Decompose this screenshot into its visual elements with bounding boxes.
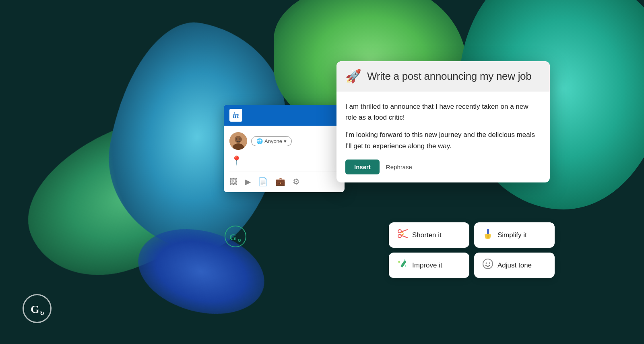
ai-assistant-panel: 🚀 Write a post announcing my new job I a… <box>336 61 550 182</box>
document-icon[interactable]: 📄 <box>258 177 268 187</box>
svg-text:↻: ↻ <box>237 238 241 243</box>
shorten-it-chip[interactable]: Shorten it <box>389 222 469 248</box>
svg-text:G: G <box>229 232 236 242</box>
svg-text:✦: ✦ <box>403 258 407 262</box>
svg-point-7 <box>236 139 237 140</box>
linkedin-header: in <box>224 105 345 126</box>
broom-icon <box>482 228 493 242</box>
ai-response-paragraph-1: I am thrilled to announce that I have re… <box>345 101 541 123</box>
grammarly-circle-g-icon: G ↻ <box>228 229 243 244</box>
simplify-it-chip[interactable]: Simplify it <box>474 222 555 248</box>
linkedin-toolbar: 🖼 ▶ 📄 💼 ⚙ <box>229 172 339 187</box>
ai-response-text: I am thrilled to announce that I have re… <box>345 101 541 151</box>
ai-response-paragraph-2: I'm looking forward to this new journey … <box>345 129 541 151</box>
svg-text:↻: ↻ <box>40 311 44 317</box>
linkedin-logo-text: in <box>233 111 239 120</box>
linkedin-card: in 🌐 Anyone ▾ <box>224 105 345 192</box>
svg-rect-16 <box>487 234 489 238</box>
improve-it-label: Improve it <box>412 261 442 269</box>
ai-actions: Insert Rephrase <box>345 160 541 174</box>
avatar-image <box>229 132 247 150</box>
svg-text:G: G <box>31 303 39 315</box>
audience-label: Anyone <box>264 138 282 144</box>
adjust-tone-label: Adjust tone <box>497 261 532 269</box>
svg-rect-15 <box>487 229 489 234</box>
svg-text:✦: ✦ <box>404 264 407 268</box>
grammarly-g-logo-icon: G ↻ <box>29 300 45 317</box>
improve-it-chip[interactable]: ✦ ✦ ✦ Improve it <box>389 253 469 278</box>
svg-point-22 <box>486 263 487 264</box>
svg-point-23 <box>489 263 490 264</box>
pin-icon: 📍 <box>231 155 242 166</box>
suggestion-chips-container: Shorten it Simplify it ✦ ✦ ✦ Improve it <box>389 222 555 278</box>
linkedin-audience-button[interactable]: 🌐 Anyone ▾ <box>251 136 292 146</box>
grammarly-logo-bottom: G ↻ <box>23 294 52 323</box>
image-icon[interactable]: 🖼 <box>229 177 237 187</box>
rephrase-button[interactable]: Rephrase <box>386 164 412 170</box>
smiley-icon <box>482 258 493 272</box>
simplify-it-label: Simplify it <box>497 231 527 239</box>
svg-text:✦: ✦ <box>397 259 401 265</box>
svg-line-11 <box>401 230 407 232</box>
svg-point-8 <box>239 139 241 140</box>
linkedin-pin-row: 📍 <box>229 155 339 166</box>
scissors-icon <box>397 228 408 242</box>
svg-point-21 <box>483 259 493 269</box>
settings-icon[interactable]: ⚙ <box>293 177 300 187</box>
adjust-tone-chip[interactable]: Adjust tone <box>474 253 555 278</box>
linkedin-logo: in <box>229 109 242 122</box>
linkedin-profile-row: 🌐 Anyone ▾ <box>229 132 339 150</box>
shorten-it-label: Shorten it <box>412 231 442 239</box>
linkedin-avatar <box>229 132 247 150</box>
svg-line-13 <box>401 232 404 233</box>
globe-icon: 🌐 <box>256 138 263 144</box>
ai-panel-header: 🚀 Write a post announcing my new job <box>336 61 550 91</box>
rocket-icon: 🚀 <box>345 68 361 84</box>
ai-panel-title: Write a post announcing my new job <box>367 70 531 83</box>
ai-panel-body: I am thrilled to announce that I have re… <box>336 91 550 182</box>
dropdown-chevron-icon: ▾ <box>284 138 287 144</box>
svg-line-12 <box>401 235 407 238</box>
linkedin-body: 🌐 Anyone ▾ 📍 🖼 ▶ 📄 💼 ⚙ <box>224 126 345 192</box>
sparkle-pencil-icon: ✦ ✦ ✦ <box>397 258 408 272</box>
grammarly-circle-icon: G ↻ <box>225 226 246 247</box>
video-icon[interactable]: ▶ <box>245 177 251 187</box>
briefcase-icon[interactable]: 💼 <box>275 177 285 187</box>
insert-button[interactable]: Insert <box>345 160 380 174</box>
svg-line-14 <box>401 234 404 235</box>
